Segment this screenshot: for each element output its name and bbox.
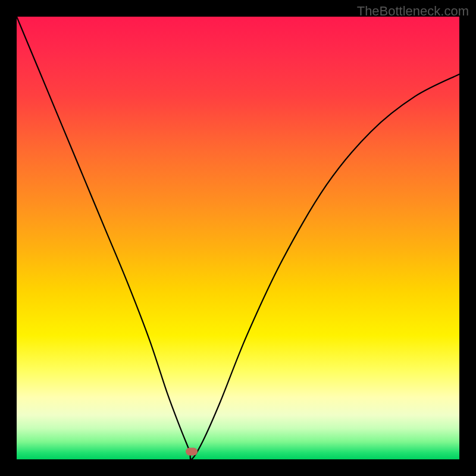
bottleneck-curve <box>17 17 459 459</box>
watermark-text: TheBottleneck.com <box>357 4 469 19</box>
optimum-marker <box>186 447 198 455</box>
plot-area <box>17 17 459 459</box>
